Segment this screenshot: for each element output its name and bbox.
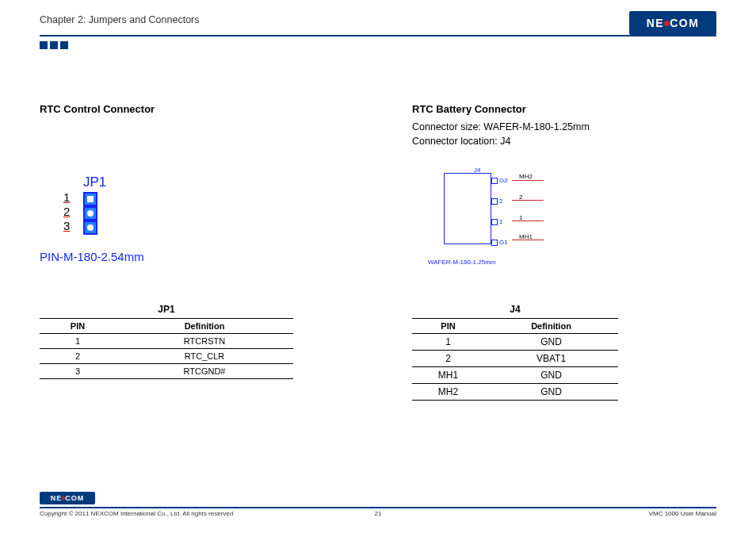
doc-title: VMC 1000 User Manual <box>649 510 716 517</box>
jp1-table-caption: JP1 <box>40 301 293 319</box>
j4-part-number: WAFER-M-180-1.25mm <box>428 259 496 266</box>
jp1-pin-numbers: 1 2 3 <box>63 190 70 233</box>
section-title-rtc-battery: RTC Battery Connector <box>412 103 705 115</box>
j4-diagram: J4 G2 2 1 G1 MH2 2 1 MH1 WAFER-M-180-1.2… <box>444 167 586 270</box>
page-number: 21 <box>375 510 382 517</box>
connector-location: Connector location: J4 <box>412 134 705 148</box>
connector-size: Connector size: WAFER-M-180-1.25mm <box>412 120 705 134</box>
chapter-title: Chapter 2: Jumpers and Connectors <box>40 14 716 25</box>
table-row: 1GND <box>412 334 618 351</box>
table-row: 2VBAT1 <box>412 351 618 367</box>
nexcom-logo: NECOM <box>629 11 716 35</box>
jp1-col-def: Definition <box>116 319 293 334</box>
jp1-diagram: JP1 1 2 3 PIN-M-180-2.54mm <box>40 174 198 278</box>
header-rule <box>40 35 716 36</box>
j4-table-caption: J4 <box>412 301 618 319</box>
table-row: 3RTCGND# <box>40 364 293 379</box>
table-row: 1RTCRSTN <box>40 334 293 349</box>
table-row: MH1GND <box>412 367 618 384</box>
jp1-pins <box>83 192 97 235</box>
jp1-part-number: PIN-M-180-2.54mm <box>40 250 144 263</box>
jp1-table: JP1 PIN Definition 1RTCRSTN 2RTC_CLR 3RT… <box>40 301 293 379</box>
table-row: 2RTC_CLR <box>40 349 293 364</box>
footer-nexcom-logo: NECOM <box>40 492 95 504</box>
section-title-rtc-control: RTC Control Connector <box>40 103 333 115</box>
table-row: MH2GND <box>412 384 618 401</box>
footer: Copyright © 2011 NEXCOM International Co… <box>40 507 716 517</box>
decorative-squares <box>40 41 68 49</box>
jp1-label: JP1 <box>83 174 106 190</box>
j4-col-def: Definition <box>484 319 618 334</box>
j4-table: J4 PIN Definition 1GND 2VBAT1 MH1GND MH2… <box>412 301 618 401</box>
j4-col-pin: PIN <box>412 319 484 334</box>
jp1-col-pin: PIN <box>40 319 116 334</box>
copyright: Copyright © 2011 NEXCOM International Co… <box>40 510 233 517</box>
